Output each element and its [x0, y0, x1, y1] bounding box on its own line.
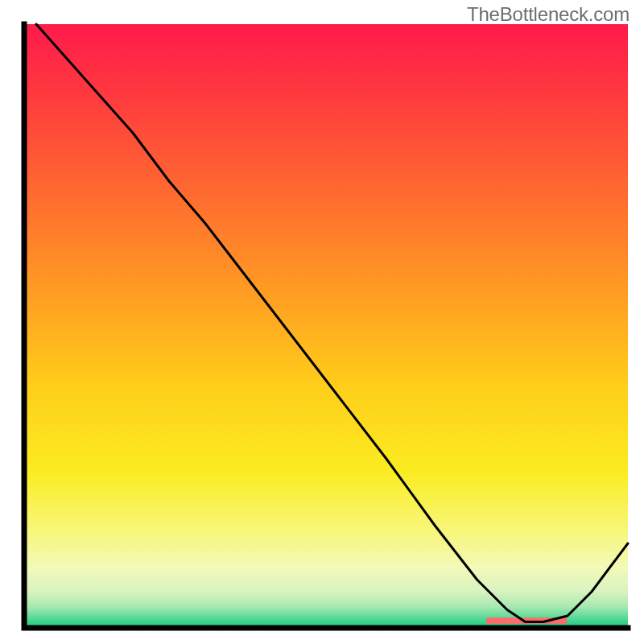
chart-container: TheBottleneck.com — [0, 0, 644, 644]
gradient-background — [24, 24, 628, 628]
line-chart — [0, 0, 644, 644]
